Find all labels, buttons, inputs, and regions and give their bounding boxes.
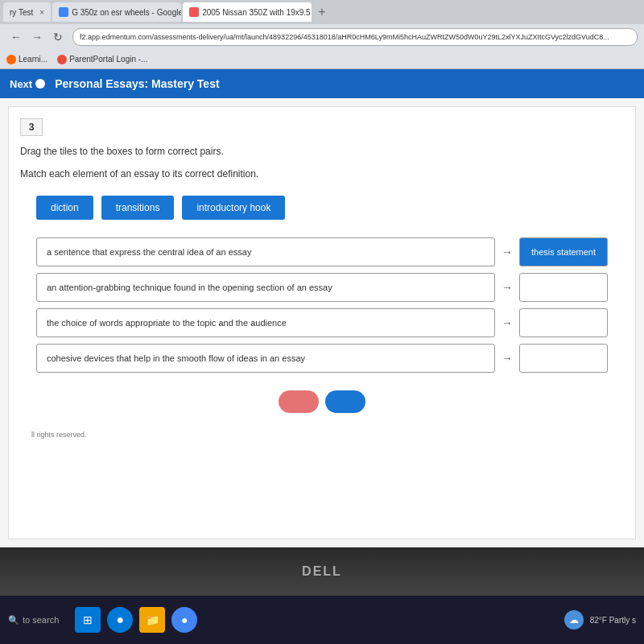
submit-button[interactable] <box>325 390 365 413</box>
tab-2-label: G 350z on esr wheels - Google Sea <box>72 8 181 17</box>
answer-box-1[interactable]: thesis statement <box>519 237 608 266</box>
taskbar-icons: ⊞ ● 📁 ● <box>75 607 197 633</box>
laptop-bottom: DELL <box>0 547 644 596</box>
match-row-2: an attention-grabbing technique found in… <box>36 273 608 302</box>
address-bar-row: ← → ↻ f2.app.edmentum.com/assessments-de… <box>0 24 644 50</box>
definition-3: the choice of words appropriate to the t… <box>36 308 495 337</box>
page-content: Next Personal Essays: Mastery Test 3 Dra… <box>0 69 644 547</box>
tab-2[interactable]: G 350z on esr wheels - Google Sea × <box>52 2 181 22</box>
tab-3-favicon <box>189 7 199 17</box>
answer-box-2[interactable] <box>519 273 608 302</box>
next-label: Next <box>10 78 32 90</box>
question-number: 3 <box>20 118 43 136</box>
arrow-4: → <box>502 352 513 365</box>
search-label[interactable]: to search <box>23 615 59 625</box>
answer-1-text: thesis statement <box>531 247 596 257</box>
tile-diction[interactable]: diction <box>36 196 93 220</box>
forward-button[interactable]: → <box>27 27 47 47</box>
matching-area: a sentence that express the central idea… <box>20 234 624 376</box>
bookmark-2[interactable]: ParentPortal Login -... <box>57 55 147 64</box>
tab-1[interactable]: ry Test × <box>3 2 51 22</box>
bookmark-1-label: Learni... <box>19 55 47 64</box>
next-button[interactable]: Next <box>10 78 45 90</box>
main-content-area: 3 Drag the tiles to the boxes to form co… <box>8 106 636 539</box>
tab-2-favicon <box>59 7 68 17</box>
bookmark-2-icon <box>57 55 67 64</box>
tile-transitions[interactable]: transitions <box>101 196 175 220</box>
taskbar-icon-edge[interactable]: ● <box>107 607 133 633</box>
tiles-area: diction transitions introductory hook <box>20 189 624 226</box>
bookmarks-bar: Learni... ParentPortal Login -... <box>0 50 644 69</box>
taskbar-icon-files[interactable]: 📁 <box>139 607 165 633</box>
reset-button[interactable] <box>279 390 319 413</box>
footer-buttons <box>20 384 624 419</box>
definition-4-text: cohesive devices that help in the smooth… <box>47 353 305 363</box>
bookmark-1[interactable]: Learni... <box>6 55 47 64</box>
bookmark-1-icon <box>6 55 16 64</box>
address-input[interactable]: f2.app.edmentum.com/assessments-delivery… <box>72 28 638 46</box>
definition-1: a sentence that express the central idea… <box>36 237 495 266</box>
taskbar-right: ☁ 82°F Partly s <box>564 610 636 630</box>
answer-box-4[interactable] <box>519 344 608 373</box>
tile-introductory-hook[interactable]: introductory hook <box>182 196 285 220</box>
weather-text: 82°F Partly s <box>590 616 636 625</box>
rights-text: ll rights reserved. <box>20 427 624 442</box>
weather-icon: ☁ <box>564 610 584 630</box>
bookmark-2-label: ParentPortal Login -... <box>69 55 147 64</box>
instruction-1: Drag the tiles to the boxes to form corr… <box>20 144 624 159</box>
answer-box-3[interactable] <box>519 308 608 337</box>
arrow-3: → <box>502 316 513 329</box>
definition-2-text: an attention-grabbing technique found in… <box>47 283 332 292</box>
match-row-4: cohesive devices that help in the smooth… <box>36 344 608 373</box>
new-tab-button[interactable]: + <box>313 5 330 19</box>
back-button[interactable]: ← <box>6 27 26 47</box>
tab-3-label: 2005 Nissan 350Z with 19x9.5 ES <box>202 8 312 17</box>
app-header: Next Personal Essays: Mastery Test <box>0 69 644 98</box>
taskbar-icon-chrome[interactable]: ● <box>171 607 197 633</box>
definition-3-text: the choice of words appropriate to the t… <box>47 318 287 328</box>
dell-logo: DELL <box>302 564 342 579</box>
instruction-2: Match each element of an essay to its co… <box>20 167 624 181</box>
address-text: f2.app.edmentum.com/assessments-delivery… <box>80 33 609 41</box>
definition-1-text: a sentence that express the central idea… <box>47 247 251 257</box>
arrow-2: → <box>502 281 513 294</box>
taskbar-icon-windows[interactable]: ⊞ <box>75 607 101 633</box>
refresh-button[interactable]: ↻ <box>48 27 68 47</box>
page-title: Personal Essays: Mastery Test <box>55 77 219 90</box>
definition-4: cohesive devices that help in the smooth… <box>36 344 495 373</box>
tab-1-label: ry Test <box>10 8 33 17</box>
nav-buttons: ← → ↻ <box>6 27 68 47</box>
taskbar: 🔍 to search ⊞ ● 📁 ● ☁ 82°F Partly s <box>0 596 644 644</box>
tab-3[interactable]: 2005 Nissan 350Z with 19x9.5 ES × <box>183 2 312 22</box>
arrow-1: → <box>502 246 513 258</box>
screen: ry Test × G 350z on esr wheels - Google … <box>0 0 644 547</box>
match-row-1: a sentence that express the central idea… <box>36 237 608 266</box>
browser-chrome: ry Test × G 350z on esr wheels - Google … <box>0 0 644 69</box>
taskbar-search: 🔍 to search <box>8 615 59 625</box>
tab-1-close[interactable]: × <box>39 8 44 17</box>
search-icon: 🔍 <box>8 615 19 625</box>
tab-bar: ry Test × G 350z on esr wheels - Google … <box>0 0 644 24</box>
match-row-3: the choice of words appropriate to the t… <box>36 308 608 337</box>
definition-2: an attention-grabbing technique found in… <box>36 273 495 302</box>
next-dot-icon <box>35 79 45 89</box>
